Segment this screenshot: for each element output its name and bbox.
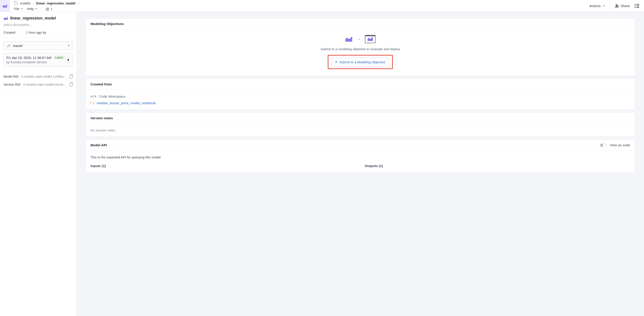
version-author: by foundry-container-service <box>6 60 65 64</box>
sidebar-body: ⎇ master ▼ Fri, Apr 19, 2024, 11:36:57 A… <box>0 38 76 70</box>
org-count: 1 <box>51 7 52 11</box>
objective-frame-icon <box>365 35 376 43</box>
model-icon <box>4 17 8 20</box>
version-notes-panel: Version notes No version notes <box>85 112 635 137</box>
notebook-row: median_house_price_model_notebook <box>90 101 630 105</box>
notebook-link[interactable]: median_house_price_model_notebook <box>97 101 156 105</box>
copy-icon[interactable] <box>70 83 73 86</box>
chevron-down-icon: ▼ <box>68 44 70 47</box>
panel-title: Model API <box>90 143 107 147</box>
breadcrumb-separator: › <box>33 1 34 5</box>
model-rid-row: Model RID ri.models.main.model.11596a95-… <box>0 75 76 78</box>
objective-graphic: → <box>345 35 376 43</box>
folder-icon <box>14 2 18 5</box>
model-rid-label: Model RID <box>4 75 19 78</box>
actions-label: Actions <box>590 4 601 8</box>
panel-title: Version notes <box>90 116 113 120</box>
version-date: Fri, Apr 19, 2024, 11:36:57 AM <box>6 56 51 60</box>
code-workspace-label: Code Workspace <box>99 95 126 99</box>
latest-badge: Latest <box>54 56 64 60</box>
plus-icon: + <box>335 60 337 64</box>
model-icon <box>345 36 352 42</box>
chevron-down-icon: ▼ <box>35 8 38 10</box>
model-api-panel: Model API View as code This is the expec… <box>85 139 635 173</box>
highlight-box: + Submit to a Modeling Objective <box>328 55 393 69</box>
menu-divider <box>41 7 42 11</box>
top-bar: models › linear_regression_model ☆ File … <box>0 0 644 12</box>
help-menu[interactable]: Help ▼ <box>27 7 38 11</box>
arrow-right-icon: → <box>356 37 361 42</box>
people-icon <box>615 5 619 8</box>
inputs-column-header: Inputs (1) <box>90 164 356 168</box>
panel-header: Version notes <box>86 113 635 124</box>
model-rid-value: ri.models.main.model.11596a95-… <box>22 75 67 78</box>
modeling-objectives-panel: Modeling Objectives → Submit to a modeli… <box>85 18 635 76</box>
panel-header: Model API View as code <box>86 140 635 151</box>
view-as-code-label: View as code <box>610 143 630 147</box>
created-value: 1 hour ago by <box>26 31 46 34</box>
panel-header: Created from <box>86 79 635 90</box>
breadcrumb: models › linear_regression_model ☆ <box>14 1 584 6</box>
outputs-column-header: Outputs (1) <box>365 164 630 168</box>
breadcrumb-current[interactable]: linear_regression_model <box>36 1 76 5</box>
org-indicator[interactable]: 🏢 1 <box>46 7 52 11</box>
app-icon[interactable] <box>0 0 10 12</box>
main: linear_regression_model Add a descriptio… <box>0 12 644 316</box>
panel-body: This is the expected API for querying th… <box>86 151 635 172</box>
branch-selector[interactable]: ⎇ master ▼ <box>4 41 73 50</box>
view-as-code-toggle[interactable] <box>600 143 606 147</box>
copy-icon[interactable] <box>70 75 73 78</box>
model-icon <box>2 4 7 8</box>
chevron-down-icon: ▼ <box>603 5 605 7</box>
topbar-right: Actions ▼ Share <box>584 0 644 12</box>
panel-toggle-icon[interactable] <box>635 4 639 8</box>
breadcrumb-parent[interactable]: models <box>20 1 30 5</box>
objective-helper-text: Submit to a modeling objective to evalua… <box>320 47 400 51</box>
model-icon <box>367 37 373 41</box>
help-menu-label: Help <box>27 7 34 11</box>
panel-body: No version notes <box>86 124 635 137</box>
panel-body: </> Code Workspace median_house_price_mo… <box>86 90 635 110</box>
code-workspace-row: </> Code Workspace <box>90 95 630 99</box>
file-menu[interactable]: File ▼ <box>14 7 23 11</box>
star-icon[interactable]: ☆ <box>78 1 81 5</box>
topbar-main: models › linear_regression_model ☆ File … <box>10 0 584 12</box>
content: Modeling Objectives → Submit to a modeli… <box>76 12 644 316</box>
model-api-desc: This is the expected API for querying th… <box>90 155 630 159</box>
panel-header: Modeling Objectives <box>86 18 635 30</box>
code-icon: </> <box>90 95 96 99</box>
version-notes-empty: No version notes <box>90 128 116 132</box>
jupyter-icon <box>90 101 95 106</box>
submit-objective-button[interactable]: + Submit to a Modeling Objective <box>332 58 389 66</box>
panel-title: Modeling Objectives <box>90 22 124 26</box>
building-icon: 🏢 <box>46 7 49 11</box>
created-row: Created 1 hour ago by <box>4 31 73 34</box>
branch-icon: ⎇ <box>6 44 10 48</box>
panel-title: Created from <box>90 82 112 86</box>
version-selector[interactable]: Fri, Apr 19, 2024, 11:36:57 AM Latest by… <box>4 53 73 66</box>
version-rid-label: Version RID <box>4 83 20 86</box>
branch-name: master <box>13 44 23 48</box>
file-menu-label: File <box>14 7 20 11</box>
share-label: Share <box>621 4 630 8</box>
created-label: Created <box>4 31 15 34</box>
chevron-down-icon: ▼ <box>21 8 23 10</box>
divider <box>610 3 610 9</box>
version-rid-row: Version RID ri.models.main.model-version… <box>0 83 76 86</box>
created-from-panel: Created from </> Code Workspace median_h… <box>85 79 635 110</box>
actions-button[interactable]: Actions ▼ <box>590 4 605 8</box>
share-button[interactable]: Share <box>615 4 630 8</box>
sidebar: linear_regression_model Add a descriptio… <box>0 12 76 316</box>
page-title: linear_regression_model <box>10 16 56 21</box>
version-rid-value: ri.models.main.model-version.69… <box>23 83 67 86</box>
submit-objective-label: Submit to a Modeling Objective <box>340 60 386 64</box>
chevron-down-icon: ▼ <box>66 58 70 62</box>
api-columns: Inputs (1) Outputs (1) <box>90 164 630 168</box>
sidebar-header: linear_regression_model Add a descriptio… <box>0 12 76 38</box>
description-placeholder[interactable]: Add a description... <box>4 23 73 27</box>
panel-body: → Submit to a modeling objective to eval… <box>86 30 635 76</box>
menu-bar: File ▼ Help ▼ 🏢 1 <box>14 7 584 11</box>
